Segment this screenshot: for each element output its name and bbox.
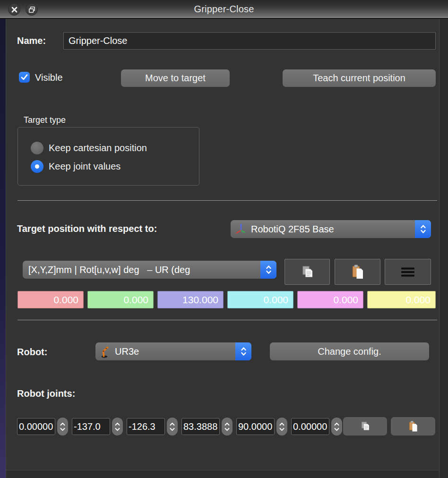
joint-4-field[interactable]: 83.3888 [181,418,220,435]
dropdown-chevrons-icon [260,261,276,279]
joint-5-field[interactable]: 90.0000 [236,418,275,435]
joint-2-field[interactable]: -137.0 [72,418,110,435]
joint-4-spinbox: 83.3888 [181,418,233,435]
undock-icon [28,6,35,13]
panel-edge-bottom [6,470,439,478]
joint-4-stepper[interactable] [222,418,233,435]
dropdown-chevrons-icon [415,220,431,238]
pose-u-field[interactable]: 0.000 [227,291,293,308]
paste-pose-button[interactable] [335,259,380,285]
target-type-group [17,127,199,186]
joint-6-spinbox: 0.00000 [291,418,342,435]
copy-pose-button[interactable] [284,259,330,285]
pose-options-button[interactable] [385,259,431,285]
pose-z-field[interactable]: 130.000 [157,291,224,308]
joint-2-stepper[interactable] [112,418,123,435]
copy-icon [360,420,370,432]
target-type-label: Target type [24,115,66,125]
check-icon [21,74,28,80]
pose-v-field[interactable]: 0.000 [297,291,363,308]
name-input[interactable] [63,32,436,50]
coordinate-frame-icon [234,223,247,235]
move-to-target-button[interactable]: Move to target [121,69,230,87]
joint-5-stepper[interactable] [276,418,287,435]
paste-joints-button[interactable] [391,417,435,435]
radio-unselected-icon [31,142,43,154]
joint-3-spinbox: -126.3 [127,418,178,435]
reference-dropdown[interactable]: RobotiQ 2F85 Base [231,220,431,238]
robot-joints-label: Robot joints: [17,388,75,399]
dropdown-chevrons-icon [235,342,251,360]
reference-label: Target position with respect to: [17,223,157,234]
menu-icon [401,267,415,277]
copy-icon [300,265,314,280]
joint-2-spinbox: -137.0 [72,418,123,435]
paste-icon [351,264,364,280]
pose-format-dropdown[interactable]: [X,Y,Z]mm | Rot[u,v,w] deg – UR (deg [23,261,276,279]
visible-checkbox[interactable] [19,72,30,83]
joint-3-field[interactable]: -126.3 [127,418,165,435]
teach-current-position-button[interactable]: Teach current position [283,69,436,87]
divider [17,320,437,320]
robot-dropdown[interactable]: UR3e [95,342,251,360]
radio-keep-cartesian[interactable]: Keep cartesian position [31,142,147,154]
panel-edge-right [439,19,448,478]
radio-label: Keep cartesian position [49,143,147,154]
joint-6-field[interactable]: 0.00000 [291,418,329,435]
close-icon [11,7,17,13]
pose-w-field[interactable]: 0.000 [367,291,436,308]
undock-button[interactable] [26,3,38,16]
radio-label: Keep joint values [49,161,121,172]
pose-y-field[interactable]: 0.000 [87,291,154,308]
divider [17,200,437,201]
titlebar: Gripper-Close [0,0,448,19]
radio-selected-icon [31,160,43,173]
visible-label: Visible [35,72,63,83]
robot-label: Robot: [17,347,47,358]
paste-icon [408,420,418,432]
viewport-edge-left [0,19,6,478]
pose-format-value: [X,Y,Z]mm | Rot[u,v,w] deg – UR (deg [23,265,260,275]
joint-1-field[interactable]: 0.00000 [17,418,55,435]
joint-3-stepper[interactable] [167,418,178,435]
reference-dropdown-value: RobotiQ 2F85 Base [247,224,415,235]
copy-joints-button[interactable] [343,417,387,435]
radio-keep-joint-values[interactable]: Keep joint values [31,160,121,173]
joint-1-stepper[interactable] [57,418,68,435]
joint-5-spinbox: 90.0000 [236,418,287,435]
name-label: Name: [17,35,46,46]
close-button[interactable] [8,3,20,16]
change-config-button[interactable]: Change config. [270,342,429,360]
robot-dropdown-value: UR3e [111,346,235,357]
robot-arm-icon [99,345,111,358]
joint-1-spinbox: 0.00000 [17,418,68,435]
window-title: Gripper-Close [0,4,448,15]
gripper-close-panel: Gripper-Close Name: Visible Move to targ… [0,0,448,478]
joint-6-stepper[interactable] [331,418,342,435]
pose-x-field[interactable]: 0.000 [17,291,84,308]
